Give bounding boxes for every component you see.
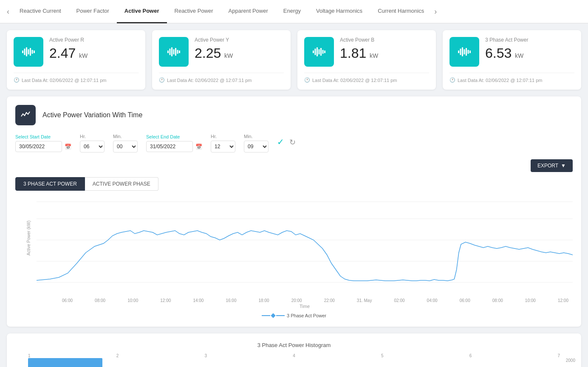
tab-next-button[interactable]: ›	[432, 7, 439, 16]
clock-icon-r: 🕐	[14, 77, 20, 83]
svg-rect-26	[468, 50, 469, 54]
card-value-y: 2.25	[195, 45, 221, 61]
hist-bar-1	[28, 358, 102, 367]
card-footer-y: 🕐 Last Data At: 02/06/2022 @ 12:07:11 pm	[159, 73, 284, 83]
start-date-group: Select Start Date 📅	[15, 134, 71, 152]
svg-rect-6	[34, 51, 35, 53]
start-date-label: Select Start Date	[15, 134, 71, 139]
legend-item-3phase: 3 Phase Act Power	[262, 313, 326, 318]
tab-active-power-phase[interactable]: ACTIVE POWER PHASE	[85, 177, 158, 191]
export-row: EXPORT ▼	[15, 159, 573, 172]
card-active-power-r: Active Power R 2.47 kW 🕐 Last Data At: 0…	[7, 30, 145, 90]
end-date-calendar-icon[interactable]: 📅	[195, 144, 202, 150]
tab-3phase-act-power[interactable]: 3 PHASE ACT POWER	[15, 177, 85, 191]
x-axis-title: Time	[37, 304, 573, 309]
end-min-select[interactable]: 091015	[244, 141, 269, 152]
end-date-group: Select End Date 📅	[146, 134, 202, 152]
svg-rect-12	[177, 50, 178, 54]
card-label-3phase: 3 Phase Act Power	[485, 37, 574, 43]
chart-header: Active Power Variation With Time	[15, 105, 573, 125]
clock-icon-y: 🕐	[159, 77, 165, 83]
svg-rect-25	[466, 48, 467, 56]
chart-container: Active Power (kW) 0 2.5 5 7.5 10 06:00 0…	[15, 198, 573, 309]
card-active-power-y: Active Power Y 2.25 kW 🕐 Last Data At: 0…	[152, 30, 291, 90]
svg-rect-2	[26, 48, 27, 56]
svg-rect-14	[313, 51, 314, 53]
start-min-select[interactable]: 001530	[113, 141, 138, 152]
card-unit-r: kW	[79, 52, 88, 59]
svg-rect-5	[32, 50, 33, 54]
end-min-group: Min. 091015	[244, 134, 269, 152]
card-info-b: Active Power B 1.81 kW	[340, 37, 429, 61]
card-label-r: Active Power R	[49, 37, 139, 43]
card-3phase: 3 Phase Act Power 6.53 kW 🕐 Last Data At…	[443, 30, 581, 90]
start-date-calendar-icon[interactable]: 📅	[65, 144, 71, 150]
end-min-label: Min.	[244, 134, 269, 139]
card-icon-y	[159, 37, 189, 67]
tab-active-power[interactable]: Active Power	[117, 0, 167, 23]
tab-apparent-power[interactable]: Apparent Power	[221, 0, 276, 23]
end-date-input[interactable]	[146, 141, 193, 152]
svg-rect-15	[315, 49, 316, 55]
card-icon-3phase	[449, 37, 479, 67]
tab-current-harmonics[interactable]: Current Harmonics	[370, 0, 432, 23]
svg-rect-18	[320, 48, 322, 56]
card-info-y: Active Power Y 2.25 kW	[195, 37, 284, 61]
chart-legend: 3 Phase Act Power	[15, 313, 573, 318]
card-value-3phase: 6.53	[485, 45, 512, 61]
histogram-section: 3 Phase Act Power Histogram 1 2 3 4 5 6 …	[7, 333, 581, 367]
card-info-r: Active Power R 2.47 kW	[49, 37, 139, 61]
card-unit-b: kW	[370, 52, 378, 59]
tab-energy[interactable]: Energy	[276, 0, 308, 23]
svg-rect-13	[179, 51, 180, 53]
export-button[interactable]: EXPORT ▼	[531, 159, 573, 172]
start-hr-select[interactable]: 060708	[80, 141, 105, 152]
tab-power-factor[interactable]: Power Factor	[69, 0, 117, 23]
end-date-label: Select End Date	[146, 134, 202, 139]
export-chevron-icon: ▼	[561, 163, 566, 169]
refresh-button[interactable]: ↻	[289, 138, 296, 147]
tab-bar: ‹ Reactive Current Power Factor Active P…	[0, 0, 588, 23]
svg-rect-9	[171, 48, 172, 56]
x-axis-labels: 06:00 08:00 10:00 12:00 14:00 16:00 18:0…	[62, 298, 568, 303]
svg-rect-27	[469, 51, 471, 53]
start-min-label: Min.	[113, 134, 138, 139]
end-hr-group: Hr. 121314	[211, 134, 235, 152]
card-value-r: 2.47	[49, 45, 76, 61]
clock-icon-b: 🕐	[304, 77, 310, 83]
end-hr-label: Hr.	[211, 134, 235, 139]
card-unit-y: kW	[224, 52, 233, 59]
chart-icon-box	[15, 105, 36, 125]
svg-rect-3	[28, 49, 29, 54]
chart-svg: 0 2.5 5 7.5 10	[37, 198, 573, 295]
tab-reactive-power[interactable]: Reactive Power	[167, 0, 221, 23]
svg-rect-16	[317, 48, 318, 56]
svg-rect-8	[170, 49, 171, 55]
card-active-power-b: Active Power B 1.81 kW 🕐 Last Data At: 0…	[297, 30, 436, 90]
end-hr-select[interactable]: 121314	[211, 141, 235, 152]
svg-rect-17	[319, 49, 320, 54]
chart-section: Active Power Variation With Time Select …	[7, 96, 581, 327]
histogram-y-right-label: 2000	[566, 358, 575, 363]
card-value-b: 1.81	[340, 45, 366, 61]
svg-rect-0	[22, 51, 23, 53]
cards-row: Active Power R 2.47 kW 🕐 Last Data At: 0…	[0, 23, 588, 90]
histogram-x-labels: 1 2 3 4 5 6 7	[28, 353, 560, 358]
svg-rect-1	[24, 49, 25, 55]
tab-voltage-harmonics[interactable]: Voltage Harmonics	[308, 0, 370, 23]
svg-rect-20	[324, 51, 325, 53]
svg-rect-19	[322, 50, 324, 54]
card-icon-r	[14, 37, 43, 67]
card-label-b: Active Power B	[340, 37, 429, 43]
start-min-group: Min. 001530	[113, 134, 138, 152]
svg-rect-24	[464, 49, 465, 54]
card-footer-r: 🕐 Last Data At: 02/06/2022 @ 12:07:11 pm	[14, 73, 139, 83]
apply-button[interactable]: ✓	[277, 137, 284, 147]
clock-icon-3phase: 🕐	[449, 77, 455, 83]
tab-reactive-current[interactable]: Reactive Current	[12, 0, 69, 23]
histogram-title: 3 Phase Act Power Histogram	[15, 342, 573, 348]
tab-prev-button[interactable]: ‹	[4, 7, 12, 16]
card-footer-b: 🕐 Last Data At: 02/06/2022 @ 12:07:11 pm	[304, 73, 429, 83]
start-date-input[interactable]	[15, 141, 62, 152]
svg-rect-21	[458, 51, 459, 53]
